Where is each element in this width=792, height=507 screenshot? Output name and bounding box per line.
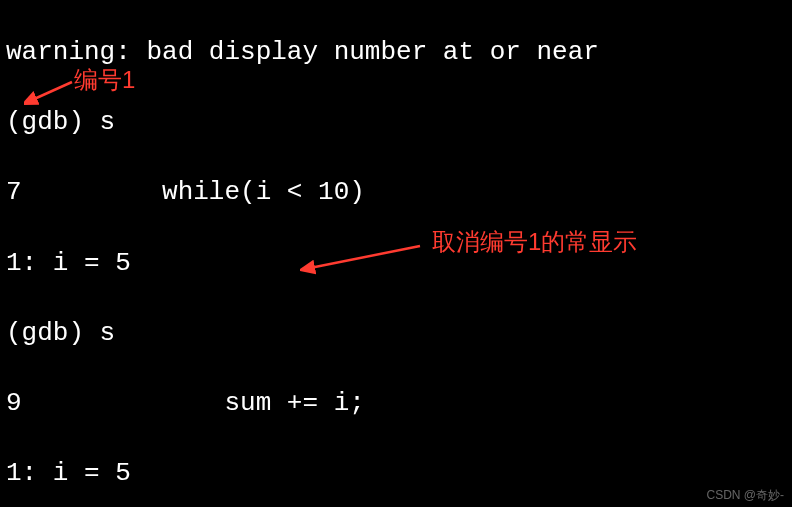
watermark: CSDN @奇妙- [706,487,784,503]
line-gdb-s-2: (gdb) s [6,316,786,351]
line-warning: warning: bad display number at or near [6,35,786,70]
line-display-2: 1: i = 5 [6,456,786,491]
line-sum: 9 sum += i; [6,386,786,421]
line-while-1: 7 while(i < 10) [6,175,786,210]
line-display-1: 1: i = 5 [6,246,786,281]
line-gdb-s-1: (gdb) s [6,105,786,140]
terminal-output: warning: bad display number at or near (… [0,0,792,507]
